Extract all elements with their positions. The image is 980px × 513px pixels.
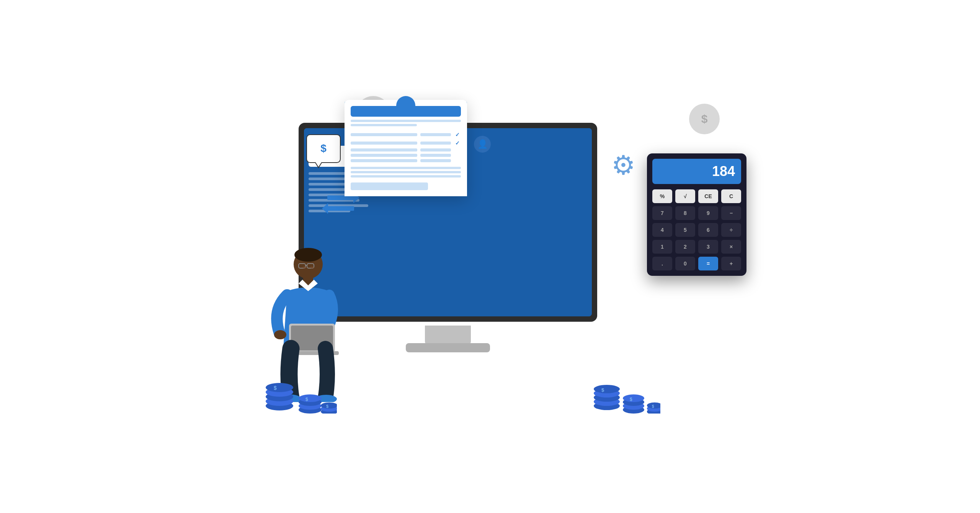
calc-btn-multiply[interactable]: ×: [721, 240, 741, 254]
svg-text:$: $: [630, 397, 632, 402]
receipt-cell: [351, 142, 417, 145]
svg-point-5: [302, 266, 306, 269]
svg-point-19: [266, 383, 293, 392]
calc-btn-3[interactable]: 3: [698, 240, 718, 254]
receipt-cell: [351, 159, 417, 162]
calc-btn-1[interactable]: 1: [652, 240, 672, 254]
coin-stacks-left: $ $ $: [260, 352, 337, 414]
coin-stacks-right: $ $ $: [584, 352, 660, 414]
receipt-cell: [420, 159, 451, 162]
calc-btn-sqrt[interactable]: √: [675, 189, 695, 203]
calc-btn-c[interactable]: C: [721, 189, 741, 203]
svg-point-24: [299, 394, 322, 402]
calc-btn-minus[interactable]: −: [721, 206, 741, 220]
receipt-line: [351, 120, 461, 122]
svg-point-28: [321, 402, 337, 409]
svg-text:$: $: [326, 404, 328, 409]
receipt-bottom-lines: [351, 167, 461, 190]
calc-btn-9[interactable]: 9: [698, 206, 718, 220]
calc-btn-7[interactable]: 7: [652, 206, 672, 220]
calc-btn-2[interactable]: 2: [675, 240, 695, 254]
receipt-table: ✓ ✓: [351, 132, 461, 162]
monitor-base: [406, 343, 490, 352]
receipt-cell: [420, 133, 451, 136]
monitor-stand: [425, 326, 471, 345]
receipt-cell: [351, 133, 417, 136]
calc-btn-8[interactable]: 8: [675, 206, 695, 220]
speech-bubble-symbol: $: [320, 142, 327, 155]
calc-btn-0[interactable]: 0: [675, 257, 695, 270]
calc-btn-divide[interactable]: ÷: [721, 223, 741, 237]
calc-btn-percent[interactable]: %: [652, 189, 672, 203]
calculator-display-number: 184: [712, 163, 735, 179]
arrow-left: [327, 206, 354, 211]
calc-btn-plus[interactable]: +: [721, 257, 741, 270]
arrows-group: [327, 195, 354, 211]
calc-btn-6[interactable]: 6: [698, 223, 718, 237]
svg-point-6: [310, 266, 314, 269]
calc-btn-dot[interactable]: .: [652, 257, 672, 270]
receipt-line: [351, 124, 417, 126]
calculator-buttons: % √ CE C 7 8 9 − 4 5 6 ÷ 1 2 3 × . 0 = +: [652, 189, 741, 270]
gear-icon: ⚙: [611, 150, 635, 181]
receipt-bottom-line: [351, 175, 461, 178]
dollar-symbol: $: [701, 112, 708, 125]
receipt-row-1: ✓: [351, 132, 461, 138]
receipt-row-2: ✓: [351, 140, 461, 146]
receipt-cell: [351, 154, 417, 157]
calculator: 184 % √ CE C 7 8 9 − 4 5 6 ÷ 1 2 3 × . 0: [647, 153, 746, 276]
checkmark-1: ✓: [454, 132, 461, 138]
svg-point-39: [623, 394, 644, 402]
calc-btn-ce[interactable]: CE: [698, 189, 718, 203]
receipt-clip: [396, 96, 415, 115]
receipt-row-4: [351, 154, 461, 157]
svg-text:$: $: [305, 397, 308, 402]
dollar-circle-top-right: $: [689, 104, 720, 134]
calc-btn-4[interactable]: 4: [652, 223, 672, 237]
receipt-cell: [351, 148, 417, 151]
receipt-bottom-line: [351, 171, 461, 173]
illustration-scene: $ $ $: [222, 85, 758, 429]
receipt-row-3: [351, 148, 461, 151]
receipt-lines-top: [351, 120, 461, 126]
avatar-circle: 👤: [474, 136, 491, 153]
svg-text:$: $: [601, 387, 604, 393]
receipt-cell: [420, 154, 451, 157]
receipt-row-5: [351, 159, 461, 162]
svg-text:$: $: [274, 385, 277, 391]
receipt-bottom-box: [351, 182, 428, 190]
calc-btn-5[interactable]: 5: [675, 223, 695, 237]
receipt-cell: [420, 142, 451, 145]
svg-point-1: [294, 248, 322, 262]
sidebar-line: [309, 178, 350, 180]
calc-btn-equals[interactable]: =: [698, 257, 718, 270]
checkmark-2: ✓: [454, 140, 461, 146]
calculator-display: 184: [652, 159, 741, 184]
speech-bubble: $: [306, 134, 341, 163]
receipt-cell: [420, 148, 451, 151]
svg-point-8: [274, 330, 286, 339]
avatar-icon: 👤: [477, 139, 488, 149]
svg-text:$: $: [652, 404, 654, 409]
receipt-bottom-line: [351, 167, 461, 169]
svg-point-34: [594, 385, 620, 393]
